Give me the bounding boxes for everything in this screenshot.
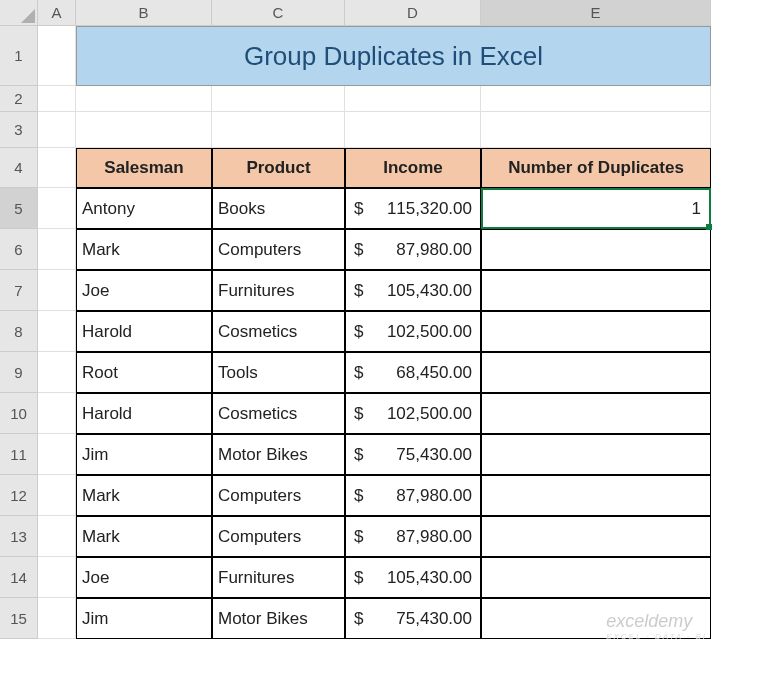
currency-symbol: $ xyxy=(354,609,363,629)
currency-symbol: $ xyxy=(354,281,363,301)
cell-A15[interactable] xyxy=(38,598,76,639)
cell-C9[interactable]: Tools xyxy=(212,352,345,393)
cell-C10[interactable]: Cosmetics xyxy=(212,393,345,434)
cell-E10[interactable] xyxy=(481,393,711,434)
cell-E5-active[interactable]: 1 xyxy=(481,188,711,229)
cell-D8[interactable]: $102,500.00 xyxy=(345,311,481,352)
cell-B15[interactable]: Jim xyxy=(76,598,212,639)
row-header-10[interactable]: 10 xyxy=(0,393,38,434)
cell-C11[interactable]: Motor Bikes xyxy=(212,434,345,475)
cell-D14[interactable]: $105,430.00 xyxy=(345,557,481,598)
cell-C14[interactable]: Furnitures xyxy=(212,557,345,598)
cell-E2[interactable] xyxy=(481,86,711,112)
cell-D6[interactable]: $87,980.00 xyxy=(345,229,481,270)
row-header-4[interactable]: 4 xyxy=(0,148,38,188)
cell-C12[interactable]: Computers xyxy=(212,475,345,516)
row-header-13[interactable]: 13 xyxy=(0,516,38,557)
col-header-B[interactable]: B xyxy=(76,0,212,26)
th-income[interactable]: Income xyxy=(345,148,481,188)
cell-E14[interactable] xyxy=(481,557,711,598)
row-header-5[interactable]: 5 xyxy=(0,188,38,229)
row-header-6[interactable]: 6 xyxy=(0,229,38,270)
cell-A11[interactable] xyxy=(38,434,76,475)
cell-C7[interactable]: Furnitures xyxy=(212,270,345,311)
cell-A14[interactable] xyxy=(38,557,76,598)
row-header-7[interactable]: 7 xyxy=(0,270,38,311)
col-header-C[interactable]: C xyxy=(212,0,345,26)
cell-D9[interactable]: $68,450.00 xyxy=(345,352,481,393)
cell-A4[interactable] xyxy=(38,148,76,188)
cell-C8[interactable]: Cosmetics xyxy=(212,311,345,352)
cell-A13[interactable] xyxy=(38,516,76,557)
currency-symbol: $ xyxy=(354,445,363,465)
row-header-2[interactable]: 2 xyxy=(0,86,38,112)
cell-B3[interactable] xyxy=(76,112,212,148)
cell-D11[interactable]: $75,430.00 xyxy=(345,434,481,475)
cell-E3[interactable] xyxy=(481,112,711,148)
cell-A2[interactable] xyxy=(38,86,76,112)
cell-A6[interactable] xyxy=(38,229,76,270)
cell-A1[interactable] xyxy=(38,26,76,86)
cell-B9[interactable]: Root xyxy=(76,352,212,393)
cell-E9[interactable] xyxy=(481,352,711,393)
title-merged[interactable]: Group Duplicates in Excel xyxy=(76,26,711,86)
row-header-9[interactable]: 9 xyxy=(0,352,38,393)
select-all-corner[interactable] xyxy=(0,0,38,26)
cell-A10[interactable] xyxy=(38,393,76,434)
cell-B2[interactable] xyxy=(76,86,212,112)
cell-B7[interactable]: Joe xyxy=(76,270,212,311)
cell-C2[interactable] xyxy=(212,86,345,112)
cell-A7[interactable] xyxy=(38,270,76,311)
row-header-14[interactable]: 14 xyxy=(0,557,38,598)
cell-C13[interactable]: Computers xyxy=(212,516,345,557)
cell-B8[interactable]: Harold xyxy=(76,311,212,352)
th-salesman[interactable]: Salesman xyxy=(76,148,212,188)
cell-D2[interactable] xyxy=(345,86,481,112)
cell-E8[interactable] xyxy=(481,311,711,352)
cell-D7[interactable]: $105,430.00 xyxy=(345,270,481,311)
currency-symbol: $ xyxy=(354,404,363,424)
cell-B6[interactable]: Mark xyxy=(76,229,212,270)
row-header-15[interactable]: 15 xyxy=(0,598,38,639)
cell-D10[interactable]: $102,500.00 xyxy=(345,393,481,434)
cell-B11[interactable]: Jim xyxy=(76,434,212,475)
cell-C15[interactable]: Motor Bikes xyxy=(212,598,345,639)
row-header-1[interactable]: 1 xyxy=(0,26,38,86)
cell-C3[interactable] xyxy=(212,112,345,148)
cell-B5[interactable]: Antony xyxy=(76,188,212,229)
cell-D5[interactable]: $115,320.00 xyxy=(345,188,481,229)
cell-D15[interactable]: $75,430.00 xyxy=(345,598,481,639)
currency-symbol: $ xyxy=(354,240,363,260)
cell-D13[interactable]: $87,980.00 xyxy=(345,516,481,557)
income-value: 87,980.00 xyxy=(396,486,472,506)
th-duplicates[interactable]: Number of Duplicates xyxy=(481,148,711,188)
cell-B12[interactable]: Mark xyxy=(76,475,212,516)
row-header-11[interactable]: 11 xyxy=(0,434,38,475)
cell-D3[interactable] xyxy=(345,112,481,148)
cell-B14[interactable]: Joe xyxy=(76,557,212,598)
cell-E12[interactable] xyxy=(481,475,711,516)
row-header-12[interactable]: 12 xyxy=(0,475,38,516)
col-header-D[interactable]: D xyxy=(345,0,481,26)
cell-A3[interactable] xyxy=(38,112,76,148)
currency-symbol: $ xyxy=(354,486,363,506)
cell-C6[interactable]: Computers xyxy=(212,229,345,270)
cell-E7[interactable] xyxy=(481,270,711,311)
cell-D12[interactable]: $87,980.00 xyxy=(345,475,481,516)
cell-A12[interactable] xyxy=(38,475,76,516)
cell-E6[interactable] xyxy=(481,229,711,270)
col-header-A[interactable]: A xyxy=(38,0,76,26)
cell-A8[interactable] xyxy=(38,311,76,352)
cell-E13[interactable] xyxy=(481,516,711,557)
cell-A5[interactable] xyxy=(38,188,76,229)
row-header-3[interactable]: 3 xyxy=(0,112,38,148)
row-header-8[interactable]: 8 xyxy=(0,311,38,352)
cell-C5[interactable]: Books xyxy=(212,188,345,229)
th-product[interactable]: Product xyxy=(212,148,345,188)
cell-E11[interactable] xyxy=(481,434,711,475)
col-header-E[interactable]: E xyxy=(481,0,711,26)
cell-A9[interactable] xyxy=(38,352,76,393)
cell-B13[interactable]: Mark xyxy=(76,516,212,557)
cell-B10[interactable]: Harold xyxy=(76,393,212,434)
currency-symbol: $ xyxy=(354,568,363,588)
